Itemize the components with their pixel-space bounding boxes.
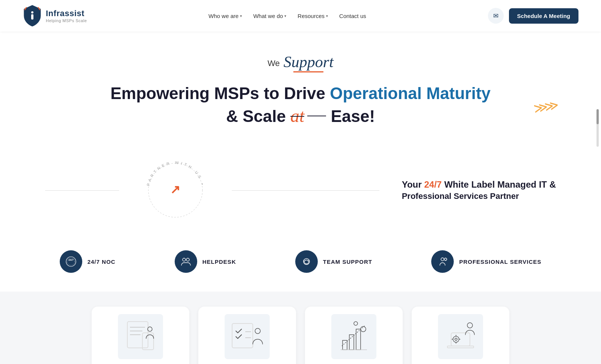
partner-divider-right bbox=[232, 190, 379, 191]
professional-services-label: PROFESSIONAL SERVICES bbox=[459, 259, 541, 265]
support-script-text: Support bbox=[284, 53, 334, 71]
nav-link-who[interactable]: Who we are ▾ bbox=[208, 13, 242, 19]
nav-link-contact[interactable]: Contact us bbox=[339, 13, 366, 19]
card-4[interactable] bbox=[412, 307, 509, 364]
card-2[interactable] bbox=[198, 307, 296, 364]
we-support-label: We Support bbox=[15, 54, 586, 72]
hero-headline: Empowering MSPs to Drive Operational Mat… bbox=[15, 83, 586, 104]
brand-tagline: Helping MSPs Scale bbox=[46, 18, 87, 23]
service-item-helpdesk[interactable]: HELPDESK bbox=[175, 250, 236, 273]
nav-item-resources[interactable]: Resources ▾ bbox=[297, 13, 328, 19]
service-item-team-support[interactable]: TEAM SUPPORT bbox=[295, 250, 372, 273]
cards-section bbox=[0, 292, 601, 364]
svg-point-31 bbox=[354, 322, 358, 325]
svg-point-30 bbox=[361, 326, 366, 332]
svg-point-26 bbox=[255, 328, 260, 334]
svg-point-37 bbox=[455, 338, 457, 340]
svg-point-5 bbox=[66, 257, 76, 266]
nav-link-resources[interactable]: Resources ▾ bbox=[297, 13, 328, 19]
logo-icon bbox=[23, 5, 42, 27]
svg-rect-34 bbox=[447, 346, 474, 348]
svg-rect-33 bbox=[451, 333, 470, 346]
hero-content: We Support Empowering MSPs to Drive Oper… bbox=[0, 32, 601, 134]
svg-rect-28 bbox=[349, 335, 354, 350]
chevron-down-icon: ▾ bbox=[326, 14, 328, 18]
at-strikethrough-icon bbox=[307, 114, 326, 118]
svg-point-8 bbox=[183, 258, 186, 261]
card-1-illustration bbox=[118, 314, 163, 359]
logo[interactable]: Infrassist Helping MSPs Scale bbox=[23, 5, 87, 27]
email-icon: ✉ bbox=[493, 12, 498, 20]
chevron-down-icon: ▾ bbox=[284, 14, 286, 18]
email-button[interactable]: ✉ bbox=[488, 8, 504, 24]
scrollbar-thumb[interactable] bbox=[596, 109, 599, 124]
partner-tagline-wrap: Your 24/7 White Label Managed IT & Profe… bbox=[402, 179, 556, 201]
professional-services-icon bbox=[431, 250, 454, 273]
svg-point-11 bbox=[441, 258, 444, 261]
support-underline bbox=[293, 71, 323, 72]
helpdesk-icon bbox=[175, 250, 197, 273]
partner-section: PARTNER WITH US • PARTNER WITH US ↗ Your… bbox=[0, 141, 601, 239]
card-3-illustration bbox=[331, 314, 376, 359]
svg-point-35 bbox=[467, 323, 473, 328]
team-support-label: TEAM SUPPORT bbox=[323, 259, 372, 265]
partner-tagline: Your 24/7 White Label Managed IT & bbox=[402, 179, 556, 190]
card-2-illustration bbox=[225, 314, 270, 359]
card-1[interactable] bbox=[92, 307, 189, 364]
nav-item-who[interactable]: Who we are ▾ bbox=[208, 13, 242, 19]
svg-text:24/7: 24/7 bbox=[68, 259, 74, 261]
team-support-icon bbox=[295, 250, 318, 273]
svg-point-0 bbox=[31, 11, 33, 14]
scrollbar[interactable] bbox=[596, 109, 599, 147]
svg-point-36 bbox=[453, 336, 459, 342]
chevron-down-icon: ▾ bbox=[240, 14, 242, 18]
svg-point-9 bbox=[186, 258, 189, 261]
partner-divider-left bbox=[45, 190, 119, 191]
svg-rect-23 bbox=[232, 323, 253, 348]
nav-item-what[interactable]: What we do ▾ bbox=[253, 13, 286, 19]
nav-item-contact[interactable]: Contact us bbox=[339, 13, 366, 19]
service-item-noc[interactable]: 24/7 24/7 NOC bbox=[60, 250, 116, 273]
we-text: We bbox=[267, 59, 280, 68]
brand-name: Infrassist bbox=[46, 9, 87, 18]
svg-rect-27 bbox=[343, 340, 347, 350]
partner-badge[interactable]: PARTNER WITH US • PARTNER WITH US ↗ bbox=[142, 156, 209, 224]
nav-link-what[interactable]: What we do ▾ bbox=[253, 13, 286, 19]
logo-text: Infrassist Helping MSPs Scale bbox=[46, 9, 87, 23]
noc-label: 24/7 NOC bbox=[88, 259, 116, 265]
schedule-meeting-button[interactable]: Schedule A Meeting bbox=[509, 8, 578, 24]
svg-rect-29 bbox=[356, 329, 361, 350]
hero-section: ≫≫ We Support Empowering MSPs to Drive O… bbox=[0, 32, 601, 239]
svg-rect-1 bbox=[31, 14, 33, 20]
service-item-professional[interactable]: PROFESSIONAL SERVICES bbox=[431, 250, 541, 273]
hero-subline: & Scale at Ease! bbox=[15, 106, 586, 126]
nav-links: Who we are ▾ What we do ▾ Resources ▾ Co… bbox=[208, 13, 366, 19]
card-4-illustration bbox=[438, 314, 483, 359]
nav-actions: ✉ Schedule A Meeting bbox=[488, 8, 578, 24]
card-3[interactable] bbox=[305, 307, 403, 364]
partner-tagline-sub: Professional Services Partner bbox=[402, 191, 556, 201]
partner-arrow-icon: ↗ bbox=[170, 182, 180, 197]
helpdesk-label: HELPDESK bbox=[202, 259, 236, 265]
services-row: 24/7 24/7 NOC HELPDESK bbox=[0, 239, 601, 292]
at-script: at bbox=[290, 107, 304, 125]
support-wrap: Support bbox=[284, 54, 334, 72]
navbar: Infrassist Helping MSPs Scale Who we are… bbox=[0, 0, 601, 32]
noc-icon: 24/7 bbox=[60, 250, 82, 273]
